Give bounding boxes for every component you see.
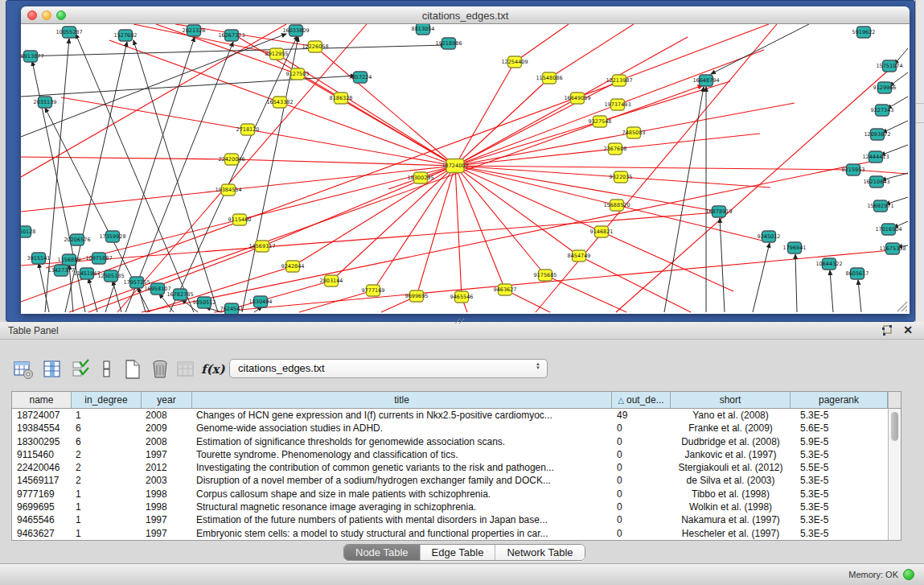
table-row[interactable]: 946554611997Estimation of the future num… <box>12 513 888 526</box>
graph-node[interactable]: 16267323 <box>218 30 244 41</box>
graph-node[interactable]: 8912955 <box>265 48 289 60</box>
graph-node[interactable]: 16210643 <box>863 176 889 187</box>
graph-node[interactable]: 2718120 <box>236 124 260 135</box>
graph-node[interactable]: 1830494 <box>249 296 273 307</box>
tab-network-table[interactable]: Network Table <box>495 545 584 560</box>
edge[interactable] <box>133 40 218 312</box>
network-window[interactable]: citations_edges.txt 18724007183002958912… <box>21 6 910 314</box>
column-header-out_degree[interactable]: △out_de... <box>612 392 671 409</box>
table-row[interactable]: 1938455462009Genome-wide association stu… <box>12 422 888 435</box>
edge[interactable] <box>634 103 795 133</box>
edge[interactable] <box>455 166 462 297</box>
graph-node[interactable]: 16649059 <box>564 93 590 104</box>
column-width-icon[interactable] <box>97 359 117 380</box>
graph-node[interactable]: 12254409 <box>501 56 528 68</box>
column-header-pagerank[interactable]: pagerank <box>791 392 888 409</box>
edge[interactable] <box>619 24 769 80</box>
graph-node[interactable]: 8186328 <box>330 93 353 104</box>
graph-node[interactable]: 15751074 <box>876 60 902 72</box>
graph-node[interactable]: 12093872 <box>864 129 890 140</box>
edge[interactable] <box>455 105 618 166</box>
table-row[interactable]: 977716911998Corpus callosum shape and si… <box>12 488 888 501</box>
table-body[interactable]: 1872400712008Changes of HCN gene express… <box>12 409 888 540</box>
divider-handle-icon[interactable] <box>454 318 465 324</box>
table-settings-icon[interactable] <box>13 359 34 380</box>
graph-node[interactable]: 10644322 <box>815 258 842 270</box>
table-row[interactable]: 946362711997Embryonic stem cells: a mode… <box>12 527 888 540</box>
create-table-icon[interactable] <box>122 359 143 380</box>
edge[interactable] <box>664 87 704 312</box>
graph-node[interactable]: 8215953 <box>842 164 865 175</box>
edge[interactable] <box>125 42 233 312</box>
edge[interactable] <box>711 24 809 74</box>
function-builder-icon[interactable]: f(x) <box>201 362 225 377</box>
edge[interactable] <box>515 24 569 62</box>
edge[interactable] <box>280 102 455 166</box>
graph-node[interactable]: 19384554 <box>215 184 241 196</box>
graph-node[interactable]: 9777169 <box>362 285 385 296</box>
graph-node[interactable]: 11548086 <box>536 72 562 84</box>
graph-node[interactable]: 8605617 <box>846 268 869 279</box>
graph-node[interactable]: 9115460 <box>228 214 252 225</box>
table-row[interactable]: 911546021997Tourette syndrome. Phenomeno… <box>12 448 888 461</box>
table-row[interactable]: 1456911722003Disruption of a novel membe… <box>12 474 888 487</box>
graph-node[interactable]: 9465546 <box>450 291 474 303</box>
show-hide-columns-icon[interactable] <box>42 359 63 380</box>
graph-node[interactable]: 7485083 <box>622 127 646 138</box>
graph-node[interactable]: 16648794 <box>692 75 719 86</box>
edge[interactable] <box>373 166 455 290</box>
resize-grip-icon[interactable] <box>897 301 908 312</box>
edge[interactable] <box>21 24 286 177</box>
graph-node[interactable]: 16878919 <box>705 206 732 217</box>
graph-node[interactable]: 19218986 <box>435 38 462 49</box>
graph-node[interactable]: 22420046 <box>218 154 244 165</box>
edge[interactable] <box>21 190 228 212</box>
graph-node[interactable]: 10975887 <box>85 253 112 264</box>
graph-node[interactable]: 16033809 <box>282 25 309 36</box>
edge[interactable] <box>602 232 733 291</box>
graph-node[interactable]: 18724007 <box>441 159 468 173</box>
graph-node[interactable]: 12213987 <box>606 75 632 86</box>
edge[interactable] <box>117 24 367 312</box>
close-panel-icon[interactable]: ✕ <box>901 323 914 336</box>
edge[interactable] <box>61 97 248 130</box>
table-row[interactable]: 1872400712008Changes of HCN gene express… <box>12 409 888 422</box>
tab-edge-table[interactable]: Edge Table <box>421 545 496 560</box>
edge[interactable] <box>21 34 286 137</box>
edge[interactable] <box>455 166 719 212</box>
graph-node[interactable]: 10913877 <box>21 51 44 62</box>
edge[interactable] <box>858 280 861 312</box>
graph-node[interactable]: 1796941 <box>783 242 807 253</box>
edge[interactable] <box>617 205 762 241</box>
graph-node[interactable]: 15688520 <box>603 200 630 211</box>
column-header-title[interactable]: title <box>192 392 612 409</box>
graph-node[interactable]: 20206576 <box>64 234 90 245</box>
scrollbar-thumb[interactable] <box>891 412 898 441</box>
graph-node[interactable]: 13427377 <box>47 265 74 276</box>
graph-node[interactable]: 9127503 <box>286 68 310 80</box>
graph-node[interactable]: 9322035 <box>610 171 633 183</box>
graph-node[interactable]: 9227343 <box>871 105 894 116</box>
edge[interactable] <box>536 24 777 312</box>
edge[interactable] <box>830 270 833 312</box>
edge[interactable] <box>455 166 545 275</box>
graph-node[interactable]: 7624541 <box>220 303 244 314</box>
graph-node[interactable]: 9850512 <box>193 297 216 308</box>
network-canvas[interactable]: 1872400718300295891295512226058912750381… <box>21 24 910 314</box>
edge[interactable] <box>577 37 688 98</box>
column-header-short[interactable]: short <box>671 392 791 409</box>
column-header-year[interactable]: year <box>142 392 192 409</box>
edge[interactable] <box>455 166 853 170</box>
edge[interactable] <box>753 243 770 312</box>
graph-node[interactable]: 2035139 <box>34 97 57 108</box>
graph-node[interactable]: 9129966 <box>873 82 897 93</box>
float-panel-icon[interactable] <box>881 324 893 337</box>
select-rows-icon[interactable] <box>71 359 92 380</box>
table-panel-titlebar[interactable]: Table Panel ✕ <box>0 322 924 340</box>
graph-node[interactable]: 3915141 <box>27 253 51 264</box>
network-window-titlebar[interactable]: citations_edges.txt <box>21 6 910 24</box>
graph-node[interactable]: 12226058 <box>302 41 328 52</box>
graph-node[interactable]: 8813054 <box>412 24 435 35</box>
table-scrollbar[interactable] <box>888 392 901 540</box>
graph-node[interactable]: 2803144 <box>320 275 343 286</box>
